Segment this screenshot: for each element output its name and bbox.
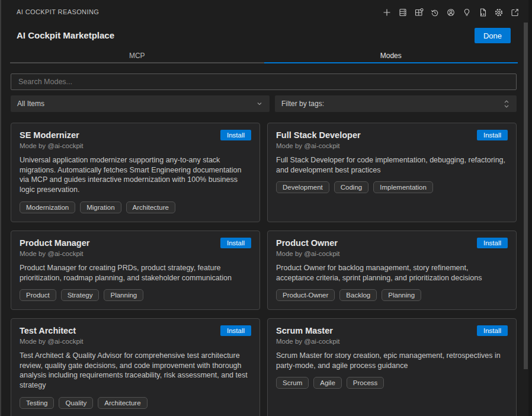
mode-author: Mode by @ai-cockpit xyxy=(20,338,251,345)
tab-modes[interactable]: Modes xyxy=(264,50,518,63)
mode-card-full-stack-developer: Full Stack Developer Install Mode by @ai… xyxy=(267,123,517,222)
mode-title: Product Owner xyxy=(276,238,338,248)
mode-card-scrum-master: Scrum Master Install Mode by @ai-cockpit… xyxy=(267,318,517,416)
mode-description: Product Owner for backlog management, st… xyxy=(276,263,508,283)
open-external-icon[interactable] xyxy=(509,7,520,18)
tag-chip[interactable]: Architecture xyxy=(126,201,175,213)
install-button[interactable]: Install xyxy=(220,130,251,140)
done-button[interactable]: Done xyxy=(475,28,511,43)
tag-chip[interactable]: Product-Owner xyxy=(276,289,335,301)
filter-row: All Items Filter by tags: xyxy=(11,95,517,112)
panel-right-border xyxy=(528,0,532,416)
server-list-icon[interactable] xyxy=(398,7,408,18)
settings-icon[interactable] xyxy=(493,7,504,18)
mode-description: Test Architect & Quality Advisor for com… xyxy=(20,351,251,391)
mode-title: Product Manager xyxy=(20,238,89,248)
mode-author: Mode by @ai-cockpit xyxy=(20,142,251,149)
tag-list: Development Coding Implementation xyxy=(276,181,508,193)
extension-title: AI COCKPIT REASONING xyxy=(17,8,99,15)
tags-filter-label: Filter by tags: xyxy=(281,100,324,108)
history-icon[interactable] xyxy=(430,7,440,18)
search-box xyxy=(11,73,517,90)
tag-chip[interactable]: Coding xyxy=(334,181,368,193)
mode-card-se-modernizer: SE Modernizer Install Mode by @ai-cockpi… xyxy=(11,123,260,222)
tag-chip[interactable]: Migration xyxy=(80,201,121,213)
mode-description: Product Manager for creating PRDs, produ… xyxy=(20,263,251,283)
file-code-icon[interactable] xyxy=(477,7,488,18)
tag-chip[interactable]: Agile xyxy=(313,377,342,389)
mode-title: Test Architect xyxy=(20,325,76,335)
install-button[interactable]: Install xyxy=(477,325,508,336)
tag-chip[interactable]: Product xyxy=(20,289,56,301)
tag-chip[interactable]: Modernization xyxy=(20,201,75,213)
panel-left-border xyxy=(0,0,1,416)
tag-list: Scrum Agile Process xyxy=(276,377,508,389)
tag-list: Product-Owner Backlog Planning xyxy=(276,289,508,301)
mode-title: Scrum Master xyxy=(276,325,333,335)
account-icon[interactable] xyxy=(446,7,456,18)
mode-description: Full Stack Developer for code implementa… xyxy=(276,155,508,175)
scrollbar-thumb[interactable] xyxy=(524,23,528,369)
add-icon[interactable] xyxy=(382,7,392,18)
items-dropdown-value: All Items xyxy=(17,100,44,108)
items-dropdown[interactable]: All Items xyxy=(11,95,270,112)
mode-title: Full Stack Developer xyxy=(276,130,361,140)
tag-chip[interactable]: Architecture xyxy=(98,397,147,409)
tag-chip[interactable]: Scrum xyxy=(276,377,309,389)
install-button[interactable]: Install xyxy=(220,238,251,248)
mode-description: Universal application modernizer support… xyxy=(20,155,251,195)
tag-chip[interactable]: Planning xyxy=(382,289,421,301)
search-input[interactable] xyxy=(11,73,517,90)
chevron-up-down-icon xyxy=(503,100,510,108)
mode-card-grid: SE Modernizer Install Mode by @ai-cockpi… xyxy=(11,123,517,416)
mode-card-test-architect: Test Architect Install Mode by @ai-cockp… xyxy=(11,318,260,416)
marketplace-icon[interactable] xyxy=(414,7,424,18)
tab-bar: MCP Modes xyxy=(10,50,518,63)
page-title: AI Cockpit Marketplace xyxy=(17,30,114,40)
mode-card-product-manager: Product Manager Install Mode by @ai-cock… xyxy=(11,231,260,310)
mode-description: Scrum Master for story creation, epic ma… xyxy=(276,351,508,370)
mode-author: Mode by @ai-cockpit xyxy=(276,250,508,257)
tag-chip[interactable]: Backlog xyxy=(339,289,377,301)
tag-chip[interactable]: Quality xyxy=(59,397,93,409)
mode-card-product-owner: Product Owner Install Mode by @ai-cockpi… xyxy=(267,231,517,310)
tag-chip[interactable]: Strategy xyxy=(61,289,100,301)
tag-chip[interactable]: Development xyxy=(276,181,329,193)
tab-mcp[interactable]: MCP xyxy=(10,50,264,63)
mode-author: Mode by @ai-cockpit xyxy=(276,142,508,149)
marketplace-panel: AI COCKPIT REASONING AI Cockpit Marke xyxy=(0,0,532,416)
mode-author: Mode by @ai-cockpit xyxy=(20,250,251,257)
tag-chip[interactable]: Process xyxy=(347,377,384,389)
mode-title: SE Modernizer xyxy=(20,130,79,140)
toolbar xyxy=(382,7,520,18)
tag-chip[interactable]: Planning xyxy=(104,289,143,301)
chevron-down-icon xyxy=(256,100,263,107)
lightbulb-icon[interactable] xyxy=(462,7,472,18)
mode-author: Mode by @ai-cockpit xyxy=(276,338,508,345)
tag-chip[interactable]: Testing xyxy=(20,397,54,409)
install-button[interactable]: Install xyxy=(220,325,251,336)
tag-list: Modernization Migration Architecture xyxy=(20,201,251,213)
install-button[interactable]: Install xyxy=(477,238,508,248)
tag-list: Product Strategy Planning xyxy=(20,289,251,301)
tags-filter-dropdown[interactable]: Filter by tags: xyxy=(275,95,517,112)
tag-list: Testing Quality Architecture xyxy=(20,397,251,409)
tag-chip[interactable]: Implementation xyxy=(373,181,433,193)
install-button[interactable]: Install xyxy=(477,130,508,140)
